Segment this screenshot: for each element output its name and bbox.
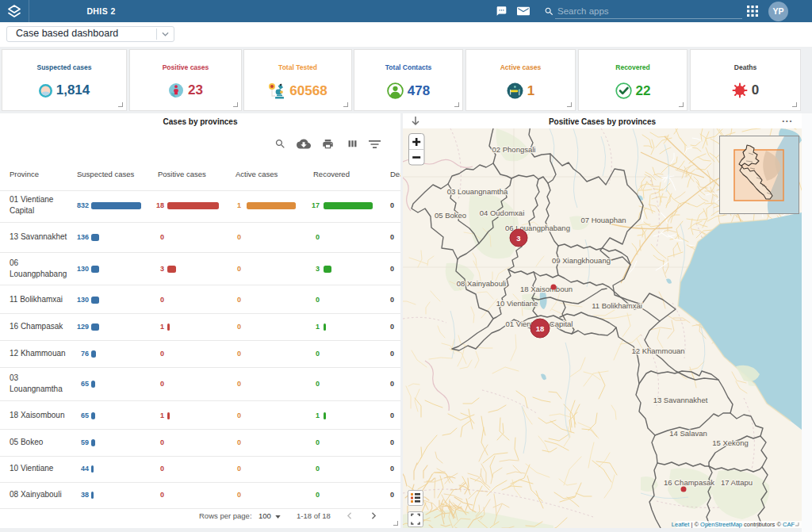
svg-text:16 Champasak: 16 Champasak: [664, 478, 714, 487]
svg-text:13 Savannakhet: 13 Savannakhet: [653, 396, 708, 404]
svg-text:15 Xekong: 15 Xekong: [712, 438, 748, 447]
svg-text:12 Khammouan: 12 Khammouan: [631, 346, 684, 355]
svg-text:02 Phongsali: 02 Phongsali: [492, 145, 536, 154]
svg-text:04 Oudomxai: 04 Oudomxai: [480, 209, 525, 217]
svg-text:09 Xiangkhouang: 09 Xiangkhouang: [552, 256, 611, 265]
svg-text:Leaflet | © OpenStreetMap cont: Leaflet | © OpenStreetMap contributors ©…: [672, 521, 795, 528]
svg-text:14 Salavan: 14 Salavan: [669, 429, 707, 438]
svg-text:07 Houaphan: 07 Houaphan: [580, 216, 626, 224]
svg-text:18 Xaisomboun: 18 Xaisomboun: [520, 285, 573, 293]
svg-text:08 Xainyabouli: 08 Xainyabouli: [457, 279, 506, 288]
svg-text:18: 18: [536, 324, 545, 333]
svg-text:10 Vientiane: 10 Vientiane: [496, 299, 538, 308]
svg-text:05 Bokeo: 05 Bokeo: [435, 211, 466, 220]
svg-text:17 Attapu: 17 Attapu: [721, 478, 753, 487]
svg-text:3: 3: [516, 234, 520, 243]
svg-text:03 Louangnamtha: 03 Louangnamtha: [447, 187, 508, 196]
svg-text:11 Bolikhamxai: 11 Bolikhamxai: [592, 301, 642, 310]
